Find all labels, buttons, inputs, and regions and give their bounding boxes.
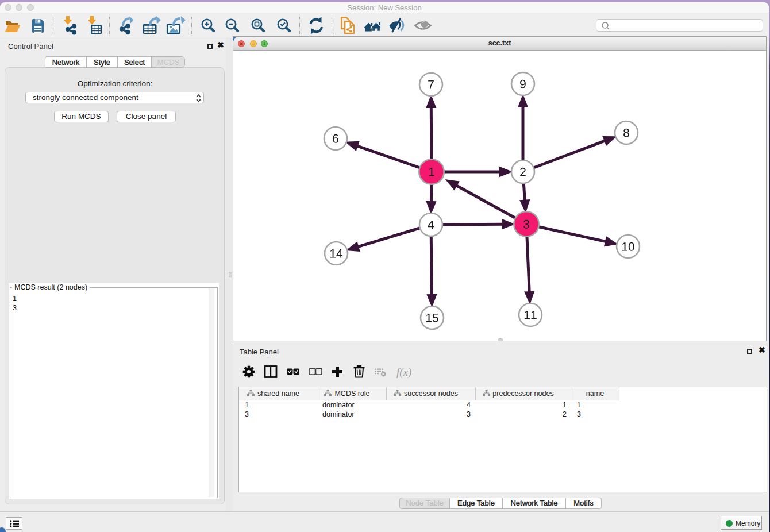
svg-text:f(x): f(x) (396, 367, 411, 379)
